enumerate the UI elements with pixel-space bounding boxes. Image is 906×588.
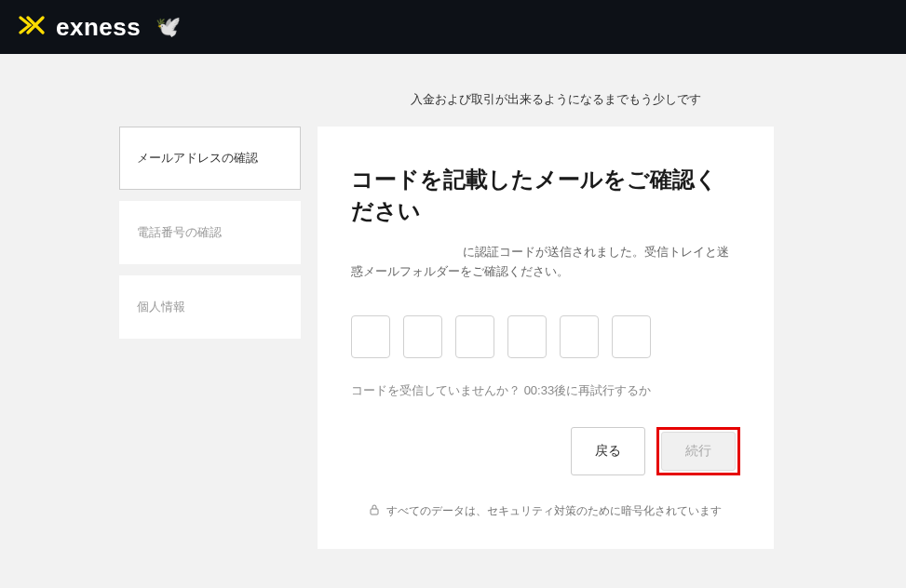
action-buttons: 戻る 続行: [351, 427, 740, 475]
code-input-group: [351, 315, 740, 358]
lock-icon: [370, 504, 379, 517]
resend-prefix: コードを受信していませんか？: [351, 383, 524, 397]
step-label: メールアドレスの確認: [137, 151, 258, 165]
step-phone-verify[interactable]: 電話番号の確認: [119, 201, 301, 264]
verification-card: コードを記載したメールをご確認ください に認証コードが送信されました。受信トレイ…: [318, 127, 774, 549]
brand-name: exness: [56, 13, 141, 42]
main-content: メールアドレスの確認 電話番号の確認 個人情報 コードを記載したメールをご確認く…: [0, 127, 906, 549]
resend-info: コードを受信していませんか？ 00:33後に再試行するか: [351, 382, 740, 399]
code-digit-3[interactable]: [455, 315, 494, 358]
code-digit-6[interactable]: [612, 315, 651, 358]
back-button[interactable]: 戻る: [571, 427, 645, 475]
svg-rect-0: [371, 509, 378, 514]
continue-button[interactable]: 続行: [661, 432, 736, 471]
steps-sidebar: メールアドレスの確認 電話番号の確認 個人情報: [119, 127, 301, 339]
dove-icon: 🕊️: [156, 15, 181, 39]
code-digit-2[interactable]: [403, 315, 442, 358]
app-header: exness 🕊️: [0, 0, 906, 54]
security-note-text: すべてのデータは、セキュリティ対策のために暗号化されています: [386, 503, 722, 519]
step-label: 個人情報: [137, 300, 185, 314]
security-note: すべてのデータは、セキュリティ対策のために暗号化されています: [351, 503, 740, 519]
brand-logo: exness 🕊️: [19, 13, 181, 42]
card-title: コードを記載したメールをご確認ください: [351, 164, 740, 226]
resend-timer: 00:33: [524, 383, 555, 397]
resend-suffix: 後に再試行するか: [554, 383, 651, 397]
card-description: に認証コードが送信されました。受信トレイと迷惑メールフォルダーをご確認ください。: [351, 243, 740, 282]
continue-highlight: 続行: [656, 427, 740, 475]
step-email-verify[interactable]: メールアドレスの確認: [119, 127, 301, 190]
code-digit-5[interactable]: [560, 315, 599, 358]
page-subtitle: 入金および取引が出来るようになるまでもう少しです: [205, 91, 906, 108]
code-digit-4[interactable]: [507, 315, 547, 358]
logo-mark-icon: [19, 15, 47, 39]
code-digit-1[interactable]: [351, 315, 390, 358]
step-label: 電話番号の確認: [137, 225, 222, 239]
step-personal-info[interactable]: 個人情報: [119, 275, 301, 339]
